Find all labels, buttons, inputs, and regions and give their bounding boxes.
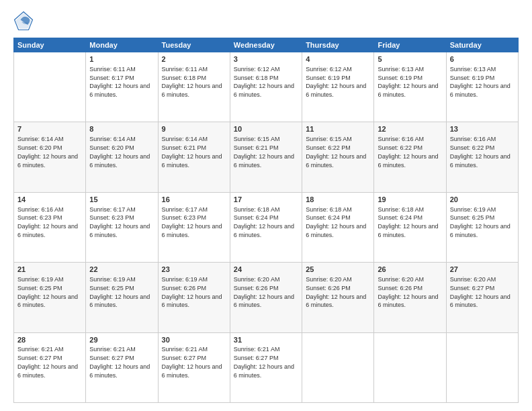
sunset-text: Sunset: 6:20 PM [17, 144, 62, 151]
sunset-text: Sunset: 6:27 PM [450, 285, 495, 291]
sunrise-text: Sunrise: 6:19 AM [162, 276, 208, 283]
day-number: 3 [234, 54, 298, 64]
sunset-text: Sunset: 6:27 PM [162, 355, 207, 361]
sunset-text: Sunset: 6:21 PM [162, 144, 207, 151]
sunrise-text: Sunrise: 6:20 AM [378, 276, 424, 283]
daylight-text: Daylight: 12 hours and 6 minutes. [306, 223, 366, 238]
day-number: 28 [17, 335, 82, 345]
calendar-header: SundayMondayTuesdayWednesdayThursdayFrid… [14, 38, 519, 52]
calendar-cell: 2Sunrise: 6:11 AMSunset: 6:18 PMDaylight… [158, 52, 230, 122]
daylight-text: Daylight: 12 hours and 6 minutes. [378, 83, 438, 98]
calendar-cell: 19Sunrise: 6:18 AMSunset: 6:24 PMDayligh… [374, 192, 446, 262]
logo [13, 11, 36, 31]
sunset-text: Sunset: 6:22 PM [450, 144, 495, 151]
week-row-4: 21Sunrise: 6:19 AMSunset: 6:25 PMDayligh… [14, 263, 519, 332]
calendar-cell: 16Sunrise: 6:17 AMSunset: 6:23 PMDayligh… [158, 192, 230, 262]
calendar-cell: 11Sunrise: 6:15 AMSunset: 6:22 PMDayligh… [302, 122, 374, 192]
sunset-text: Sunset: 6:17 PM [89, 75, 134, 81]
sunrise-text: Sunrise: 6:15 AM [234, 136, 280, 142]
calendar-cell: 8Sunrise: 6:14 AMSunset: 6:20 PMDaylight… [86, 122, 158, 192]
sunset-text: Sunset: 6:27 PM [89, 355, 134, 361]
header [13, 11, 519, 31]
sunrise-text: Sunrise: 6:19 AM [89, 276, 136, 283]
day-number: 5 [378, 54, 442, 64]
day-header-wednesday: Wednesday [230, 38, 302, 52]
daylight-text: Daylight: 12 hours and 6 minutes. [234, 83, 294, 98]
sunrise-text: Sunrise: 6:18 AM [234, 206, 280, 213]
daylight-text: Daylight: 12 hours and 6 minutes. [234, 223, 294, 238]
sunrise-text: Sunrise: 6:16 AM [378, 136, 424, 142]
calendar-cell: 3Sunrise: 6:12 AMSunset: 6:18 PMDaylight… [230, 52, 302, 122]
sunset-text: Sunset: 6:20 PM [89, 144, 134, 151]
sunset-text: Sunset: 6:23 PM [17, 214, 62, 221]
sunset-text: Sunset: 6:25 PM [89, 285, 134, 291]
day-number: 8 [89, 124, 154, 134]
week-row-5: 28Sunrise: 6:21 AMSunset: 6:27 PMDayligh… [14, 332, 519, 402]
daylight-text: Daylight: 12 hours and 6 minutes. [450, 223, 511, 238]
day-number: 7 [17, 124, 82, 134]
daylight-text: Daylight: 12 hours and 6 minutes. [162, 363, 222, 379]
sunrise-text: Sunrise: 6:20 AM [450, 276, 496, 283]
sunrise-text: Sunrise: 6:18 AM [378, 206, 424, 213]
sunrise-text: Sunrise: 6:14 AM [162, 136, 208, 142]
sunrise-text: Sunrise: 6:19 AM [17, 276, 64, 283]
daylight-text: Daylight: 12 hours and 6 minutes. [17, 363, 78, 379]
day-number: 16 [162, 195, 226, 205]
day-number: 31 [234, 335, 298, 345]
sunset-text: Sunset: 6:26 PM [162, 285, 207, 291]
calendar-cell: 24Sunrise: 6:20 AMSunset: 6:26 PMDayligh… [230, 263, 302, 332]
calendar-cell: 31Sunrise: 6:21 AMSunset: 6:27 PMDayligh… [230, 332, 302, 402]
daylight-text: Daylight: 12 hours and 6 minutes. [450, 153, 511, 169]
calendar-cell: 5Sunrise: 6:13 AMSunset: 6:19 PMDaylight… [374, 52, 446, 122]
day-number: 12 [378, 124, 442, 134]
day-header-sunday: Sunday [14, 38, 86, 52]
day-number: 15 [89, 195, 154, 205]
sunset-text: Sunset: 6:23 PM [89, 214, 134, 221]
daylight-text: Daylight: 12 hours and 6 minutes. [378, 153, 438, 169]
sunset-text: Sunset: 6:18 PM [162, 75, 207, 81]
calendar-cell [14, 52, 86, 122]
daylight-text: Daylight: 12 hours and 6 minutes. [306, 293, 366, 309]
daylight-text: Daylight: 12 hours and 6 minutes. [162, 153, 222, 169]
calendar-cell: 10Sunrise: 6:15 AMSunset: 6:21 PMDayligh… [230, 122, 302, 192]
daylight-text: Daylight: 12 hours and 6 minutes. [89, 83, 150, 98]
sunrise-text: Sunrise: 6:16 AM [450, 136, 496, 142]
calendar-cell: 9Sunrise: 6:14 AMSunset: 6:21 PMDaylight… [158, 122, 230, 192]
calendar-cell [446, 332, 518, 402]
day-number: 26 [378, 265, 442, 275]
daylight-text: Daylight: 12 hours and 6 minutes. [162, 83, 222, 98]
calendar-cell: 28Sunrise: 6:21 AMSunset: 6:27 PMDayligh… [14, 332, 86, 402]
week-row-2: 7Sunrise: 6:14 AMSunset: 6:20 PMDaylight… [14, 122, 519, 192]
calendar-cell: 14Sunrise: 6:16 AMSunset: 6:23 PMDayligh… [14, 192, 86, 262]
sunrise-text: Sunrise: 6:19 AM [450, 206, 496, 213]
daylight-text: Daylight: 12 hours and 6 minutes. [234, 363, 294, 379]
calendar-cell: 23Sunrise: 6:19 AMSunset: 6:26 PMDayligh… [158, 263, 230, 332]
day-number: 17 [234, 195, 298, 205]
daylight-text: Daylight: 12 hours and 6 minutes. [89, 293, 150, 309]
daylight-text: Daylight: 12 hours and 6 minutes. [17, 153, 78, 169]
sunset-text: Sunset: 6:23 PM [162, 214, 207, 221]
sunrise-text: Sunrise: 6:11 AM [162, 66, 208, 73]
calendar-body: 1Sunrise: 6:11 AMSunset: 6:17 PMDaylight… [14, 52, 519, 403]
calendar-cell: 26Sunrise: 6:20 AMSunset: 6:26 PMDayligh… [374, 263, 446, 332]
sunset-text: Sunset: 6:19 PM [378, 75, 423, 81]
day-number: 1 [89, 54, 154, 64]
sunrise-text: Sunrise: 6:11 AM [89, 66, 136, 73]
calendar-cell: 25Sunrise: 6:20 AMSunset: 6:26 PMDayligh… [302, 263, 374, 332]
sunrise-text: Sunrise: 6:14 AM [89, 136, 136, 142]
calendar-cell: 1Sunrise: 6:11 AMSunset: 6:17 PMDaylight… [86, 52, 158, 122]
calendar-cell: 29Sunrise: 6:21 AMSunset: 6:27 PMDayligh… [86, 332, 158, 402]
daylight-text: Daylight: 12 hours and 6 minutes. [306, 153, 366, 169]
daylight-text: Daylight: 12 hours and 6 minutes. [17, 293, 78, 309]
day-number: 27 [450, 265, 515, 275]
sunset-text: Sunset: 6:18 PM [234, 75, 279, 81]
sunrise-text: Sunrise: 6:20 AM [234, 276, 280, 283]
daylight-text: Daylight: 12 hours and 6 minutes. [450, 293, 511, 309]
day-number: 22 [89, 265, 154, 275]
calendar-cell [302, 332, 374, 402]
day-number: 25 [306, 265, 370, 275]
sunset-text: Sunset: 6:24 PM [378, 214, 423, 221]
daylight-text: Daylight: 12 hours and 6 minutes. [162, 293, 222, 309]
sunset-text: Sunset: 6:22 PM [378, 144, 423, 151]
calendar-cell: 30Sunrise: 6:21 AMSunset: 6:27 PMDayligh… [158, 332, 230, 402]
